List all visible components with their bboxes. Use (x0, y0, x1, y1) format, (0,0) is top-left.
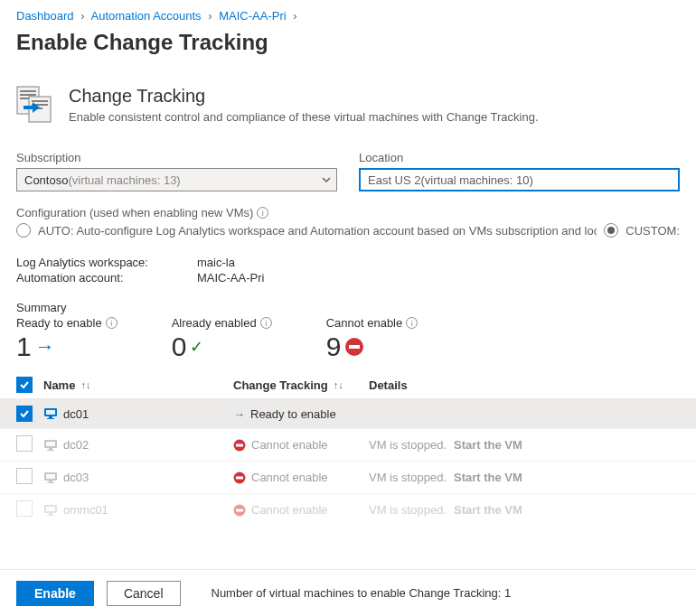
checkmark-icon: ✓ (190, 337, 203, 357)
subscription-label: Subscription (16, 151, 337, 164)
svg-rect-28 (49, 513, 52, 515)
config-auto-label: AUTO: Auto-configure Log Analytics works… (38, 224, 597, 238)
location-suffix: (virtual machines: 10) (421, 173, 533, 187)
log-analytics-workspace-label: Log Analytics workspace: (16, 256, 197, 269)
arrow-right-icon: → (233, 407, 245, 421)
info-icon[interactable]: i (106, 317, 118, 329)
stop-icon (233, 504, 246, 517)
start-vm-link[interactable]: Start the VM (454, 438, 522, 452)
stop-icon (233, 471, 246, 484)
vm-name: dc03 (63, 471, 89, 484)
sort-icon[interactable]: ↑↓ (334, 379, 343, 390)
change-tracking-status: Cannot enable (251, 503, 328, 517)
hero-title: Change Tracking (69, 86, 539, 107)
location-label: Location (359, 151, 680, 164)
breadcrumb: Dashboard › Automation Accounts › MAIC-A… (0, 0, 696, 26)
already-enabled-value: 0 (172, 331, 187, 362)
svg-rect-2 (20, 94, 36, 96)
location-dropdown[interactable]: East US 2 (virtual machines: 10) (359, 168, 680, 191)
table-row[interactable]: dc01→Ready to enable (0, 399, 696, 429)
stop-icon (344, 337, 364, 357)
cancel-button[interactable]: Cancel (107, 581, 181, 606)
details-text: VM is stopped. (369, 471, 447, 484)
svg-rect-29 (47, 515, 54, 516)
chevron-down-icon (322, 175, 331, 184)
row-checkbox[interactable] (16, 406, 33, 422)
svg-rect-22 (49, 481, 52, 482)
start-vm-link[interactable]: Start the VM (454, 471, 522, 484)
start-vm-link[interactable]: Start the VM (454, 503, 522, 517)
svg-rect-27 (46, 507, 55, 511)
config-custom-label: CUSTOM: (625, 224, 680, 238)
svg-rect-19 (236, 443, 243, 446)
breadcrumb-link-dashboard[interactable]: Dashboard (16, 9, 74, 23)
table-row[interactable]: dc03Cannot enableVM is stopped.Start the… (0, 462, 696, 494)
column-header-details[interactable]: Details (369, 378, 408, 392)
subscription-dropdown[interactable]: Contoso (virtual machines: 13) (16, 168, 337, 191)
change-tracking-status: Cannot enable (251, 471, 328, 484)
column-header-change-tracking[interactable]: Change Tracking (233, 378, 328, 392)
already-enabled-label: Already enabled (172, 316, 257, 330)
subscription-suffix: (virtual machines: 13) (68, 173, 180, 187)
log-analytics-workspace-value: maic-la (197, 256, 235, 269)
automation-account-label: Automation account: (16, 271, 197, 285)
vm-name: dc02 (63, 438, 89, 452)
configuration-label: Configuration (used when enabling new VM… (16, 206, 253, 219)
table-row[interactable]: dc02Cannot enableVM is stopped.Start the… (0, 429, 696, 462)
column-header-name[interactable]: Name (43, 378, 75, 392)
info-icon[interactable]: i (406, 317, 418, 329)
vm-name: dc01 (63, 407, 89, 421)
vm-name: ommc01 (63, 503, 108, 517)
chevron-right-icon: › (208, 9, 212, 23)
breadcrumb-link-automation-accounts[interactable]: Automation Accounts (90, 9, 201, 23)
svg-rect-12 (49, 416, 52, 418)
radio-auto[interactable] (16, 223, 31, 238)
details-text: VM is stopped. (369, 438, 447, 452)
vm-icon (43, 503, 58, 518)
stop-icon (233, 439, 246, 452)
select-all-checkbox[interactable] (16, 377, 33, 393)
svg-rect-13 (47, 418, 54, 419)
row-checkbox (16, 468, 33, 484)
chevron-right-icon: › (80, 9, 84, 23)
details-text: VM is stopped. (369, 503, 447, 517)
svg-rect-1 (20, 90, 36, 92)
vm-icon (43, 438, 58, 453)
footer-count-text: Number of virtual machines to enable Cha… (212, 586, 512, 600)
footer-bar: Enable Cancel Number of virtual machines… (0, 569, 696, 616)
cannot-enable-label: Cannot enable (326, 316, 403, 330)
info-icon[interactable]: i (260, 317, 272, 329)
summary-label: Summary (16, 301, 680, 314)
info-icon[interactable]: i (257, 207, 268, 219)
cannot-enable-value: 9 (326, 331, 342, 362)
svg-rect-15 (46, 442, 55, 446)
svg-rect-17 (47, 450, 54, 451)
page-title: Enable Change Tracking (0, 26, 696, 73)
svg-rect-9 (349, 345, 360, 349)
change-tracking-status: Cannot enable (251, 438, 328, 452)
svg-rect-25 (236, 476, 243, 479)
breadcrumb-link-maic-aa-pri[interactable]: MAIC-AA-Pri (219, 9, 286, 23)
hero-section: Change Tracking Enable consistent contro… (0, 73, 696, 151)
change-tracking-status: Ready to enable (250, 407, 336, 421)
automation-account-value: MAIC-AA-Pri (197, 271, 264, 285)
sort-icon[interactable]: ↑↓ (80, 379, 90, 390)
vm-icon (43, 471, 58, 485)
ready-to-enable-label: Ready to enable (16, 316, 102, 330)
vm-table: Name↑↓ Change Tracking↑↓ Details dc01→Re… (0, 371, 696, 518)
hero-subtitle: Enable consistent control and compliance… (69, 110, 539, 124)
row-checkbox (16, 435, 33, 452)
ready-to-enable-value: 1 (16, 331, 32, 362)
chevron-right-icon: › (293, 9, 296, 23)
enable-button[interactable]: Enable (16, 581, 94, 606)
change-tracking-icon (16, 86, 54, 124)
table-row[interactable]: ommc01Cannot enableVM is stopped.Start t… (0, 494, 696, 518)
location-value: East US 2 (368, 173, 421, 187)
svg-rect-23 (47, 482, 54, 483)
vm-icon (43, 406, 58, 421)
subscription-value: Contoso (24, 173, 68, 187)
radio-custom[interactable] (604, 223, 618, 238)
svg-rect-21 (46, 474, 55, 479)
svg-rect-5 (32, 100, 48, 102)
svg-rect-31 (236, 509, 243, 511)
